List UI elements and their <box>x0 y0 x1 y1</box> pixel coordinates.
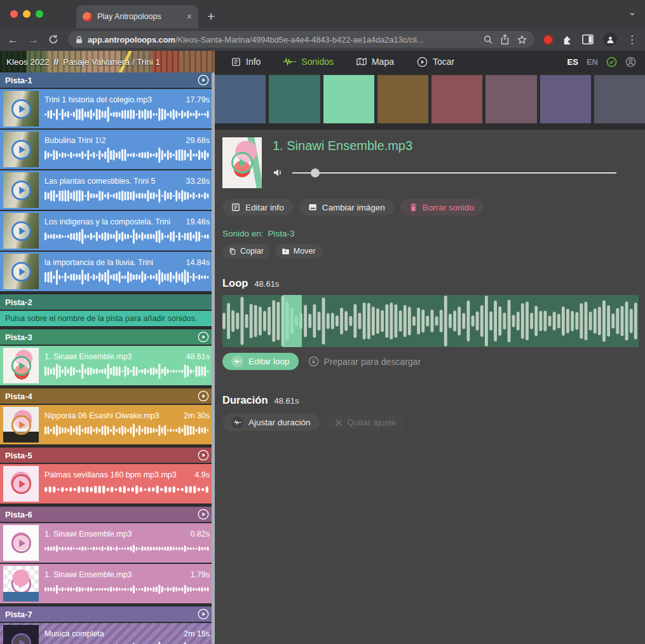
clip-title[interactable]: Nipponia 06 Esashi Oiwake.mp3 <box>44 411 160 420</box>
clip-title[interactable]: Trini 1 historia del colegio.mp3 <box>44 95 152 104</box>
track-header[interactable]: Pista-4 <box>0 388 215 404</box>
url-text[interactable]: app.antropoloops.com/Kleos-Santa-Marina/… <box>88 35 424 45</box>
browser-menu-icon[interactable]: ⋮ <box>627 34 637 45</box>
loop-playhead-band[interactable] <box>283 295 302 347</box>
clip-title[interactable]: Los indigenas y la compostela. Trini <box>44 217 170 226</box>
delete-sound-button[interactable]: Borrar sonido <box>400 199 483 216</box>
volume-slider-track[interactable] <box>292 172 616 174</box>
side-panel-icon[interactable] <box>582 34 594 45</box>
track-play-icon[interactable] <box>198 509 209 520</box>
extensions-puzzle-icon[interactable] <box>562 34 573 45</box>
clip-play-icon[interactable] <box>11 355 32 376</box>
clip-play-icon[interactable] <box>11 139 32 160</box>
edit-info-button[interactable]: Editar info <box>222 199 293 216</box>
track-name[interactable]: Pista-2 <box>5 298 32 307</box>
clip-title[interactable]: la importancia de la lluvia. Trini <box>44 258 153 267</box>
zoom-search-icon[interactable] <box>484 35 492 44</box>
clip-thumbnail[interactable] <box>3 466 39 502</box>
reload-button[interactable] <box>48 34 58 45</box>
track-name[interactable]: Pista-3 <box>5 332 32 342</box>
clip-play-icon[interactable] <box>11 474 32 495</box>
clip-play-icon[interactable] <box>11 261 32 282</box>
clip-thumbnail[interactable] <box>3 525 39 561</box>
clip-title[interactable]: 1. Sinawi Ensemble.mp3 <box>44 352 132 361</box>
clip-play-icon[interactable] <box>11 99 32 120</box>
clip-play-icon[interactable] <box>11 633 32 644</box>
track-name[interactable]: Pista-7 <box>5 610 32 619</box>
track-header[interactable]: Pista-3 <box>0 329 215 345</box>
track-swatch-6[interactable] <box>485 75 536 123</box>
tab-tocar[interactable]: Tocar <box>417 57 454 67</box>
clip-title[interactable]: Las plantas comestibles. Trini 5 <box>44 177 155 186</box>
track-name[interactable]: Pista-5 <box>5 451 32 460</box>
track-name[interactable]: Pista-6 <box>5 510 32 519</box>
volume-slider[interactable] <box>292 168 616 177</box>
adjust-duration-button[interactable]: Ajustar duración <box>222 414 320 431</box>
browser-tab[interactable]: Play Antropoloops × <box>76 5 198 28</box>
tab-mapa[interactable]: Mapa <box>356 57 394 67</box>
clip-thumbnail[interactable] <box>3 254 39 289</box>
clip-play-icon[interactable] <box>11 180 32 201</box>
account-icon[interactable] <box>625 57 636 67</box>
track-play-icon[interactable] <box>198 331 209 343</box>
clip-play-icon[interactable] <box>11 533 32 554</box>
tab-search-chevron-icon[interactable]: ⌄ <box>628 6 636 18</box>
clip[interactable]: la importancia de la lluvia. Trini14.84s <box>0 252 215 291</box>
clip[interactable]: Las plantas comestibles. Trini 533.28s <box>0 170 215 210</box>
minimize-window-button[interactable] <box>23 10 31 18</box>
clip-thumbnail[interactable] <box>3 566 39 601</box>
clip-thumbnail[interactable] <box>3 132 39 167</box>
clip-title[interactable]: Palmas sevillanas 160 bpm mp3.mp3 <box>44 470 177 479</box>
sound-image[interactable] <box>222 137 262 188</box>
track-name[interactable]: Pista-1 <box>5 76 32 85</box>
track-swatch-5[interactable] <box>431 75 482 123</box>
forward-button[interactable]: → <box>28 34 39 45</box>
profile-avatar[interactable] <box>603 32 617 46</box>
share-icon[interactable] <box>501 34 509 45</box>
zoom-window-button[interactable] <box>36 10 43 18</box>
track-header[interactable]: Pista-6 <box>0 507 215 522</box>
clip-play-icon[interactable] <box>11 414 32 435</box>
sound-play-icon[interactable] <box>231 151 254 174</box>
track-swatch-4[interactable] <box>377 75 428 123</box>
track-swatch-7[interactable] <box>540 75 591 123</box>
address-bar[interactable]: app.antropoloops.com/Kleos-Santa-Marina/… <box>68 31 534 48</box>
clip[interactable]: Bubulina Trini 1\229.68s <box>0 130 215 169</box>
clip[interactable]: Los indigenas y la compostela. Trini19.4… <box>0 211 215 250</box>
track-swatch-3-selected[interactable] <box>323 75 374 123</box>
track-play-icon[interactable] <box>198 74 209 86</box>
track-name[interactable]: Pista-4 <box>5 392 32 401</box>
clip-title[interactable]: Musica completa <box>44 629 104 638</box>
map-thumbnail-strip[interactable]: Kleos 2022//Pasaje Valvanera / Trini 1 <box>0 51 215 72</box>
breadcrumb-trail[interactable]: Pasaje Valvanera / Trini 1 <box>63 57 160 67</box>
back-button[interactable]: ← <box>8 34 18 45</box>
clip[interactable]: Trini 1 historia del colegio.mp317.79s <box>0 89 215 128</box>
clip-play-icon[interactable] <box>11 573 32 594</box>
lang-es-button[interactable]: ES <box>567 57 578 67</box>
breadcrumb-project[interactable]: Kleos 2022 <box>6 57 50 67</box>
clip-play-icon[interactable] <box>11 221 32 242</box>
track-play-icon[interactable] <box>198 608 209 620</box>
track-header[interactable]: Pista-1 <box>0 72 215 88</box>
clip-thumbnail[interactable] <box>3 172 39 208</box>
copy-button[interactable]: Copiar <box>222 244 270 258</box>
track-swatch-8[interactable] <box>594 75 645 123</box>
track-header[interactable]: Pista-5 <box>0 448 215 463</box>
tab-info[interactable]: Info <box>231 57 261 67</box>
clip-thumbnail[interactable] <box>3 625 39 644</box>
lang-en-button[interactable]: EN <box>587 57 598 67</box>
clip[interactable]: Musica completa2m 15s <box>0 623 215 644</box>
clip-thumbnail[interactable] <box>3 348 39 383</box>
move-button[interactable]: Mover <box>275 244 322 258</box>
close-tab-icon[interactable]: × <box>187 12 192 21</box>
track-header[interactable]: Pista-2 <box>0 294 215 310</box>
track-header[interactable]: Pista-7 <box>0 606 215 622</box>
track-play-icon[interactable] <box>198 449 209 461</box>
clip[interactable]: Nipponia 06 Esashi Oiwake.mp32m 30s <box>0 405 215 444</box>
clip-thumbnail[interactable] <box>3 407 39 442</box>
volume-icon[interactable] <box>273 168 283 177</box>
recording-extension-icon[interactable] <box>544 36 552 44</box>
tab-sonidos[interactable]: Sonidos <box>283 57 334 67</box>
track-play-icon[interactable] <box>198 390 209 402</box>
clip-thumbnail[interactable] <box>3 213 39 249</box>
